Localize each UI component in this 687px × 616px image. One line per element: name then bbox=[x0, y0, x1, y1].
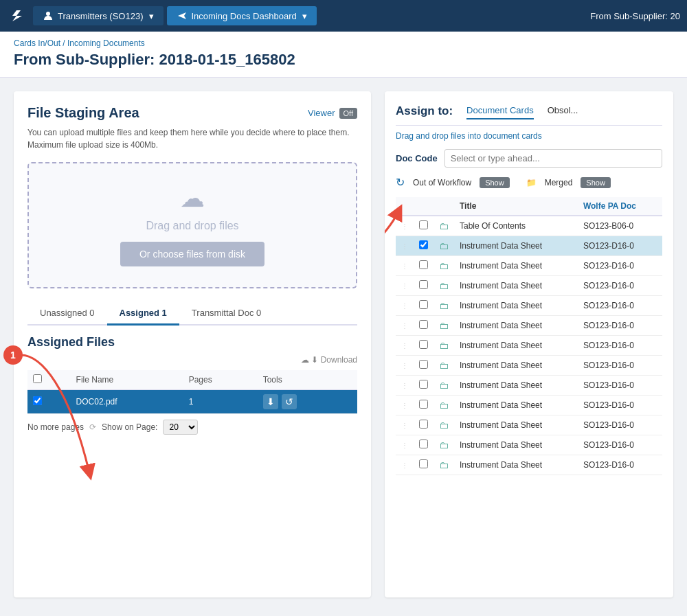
doc-table-row[interactable]: ⋮ 🗀 Instrument Data Sheet SO123-D16-0 bbox=[396, 296, 662, 316]
row-checkbox[interactable] bbox=[419, 300, 428, 309]
doc-table-row[interactable]: ⋮ 🗀 Instrument Data Sheet SO123-D16-0 bbox=[396, 336, 662, 356]
row-folder-cell: 🗀 bbox=[433, 256, 454, 276]
row-checkbox-cell[interactable] bbox=[414, 276, 433, 296]
row-checkbox-cell[interactable] bbox=[414, 336, 433, 356]
nav-dashboard[interactable]: Incoming Docs Dashboard ▾ bbox=[167, 6, 317, 25]
workflow-show-button[interactable]: Show bbox=[480, 177, 510, 188]
row-folder-cell: 🗀 bbox=[433, 435, 454, 455]
staging-title: File Staging Area bbox=[27, 105, 139, 121]
left-panel: 1 File Staging Area Viewer Off You can u… bbox=[14, 91, 371, 597]
row-checkbox[interactable] bbox=[419, 440, 428, 448]
toggle-off-badge[interactable]: Off bbox=[339, 108, 357, 119]
row-checkbox[interactable] bbox=[419, 280, 428, 289]
tabs-row: Unassigned 0 Assigned 1 Transmittal Doc … bbox=[27, 302, 357, 326]
download-icon: ☁ bbox=[301, 355, 309, 365]
row-checkbox[interactable] bbox=[419, 400, 428, 409]
tab-document-cards[interactable]: Document Cards bbox=[466, 102, 534, 119]
row-title-cell: Instrument Data Sheet bbox=[454, 455, 578, 475]
row-checkbox[interactable] bbox=[419, 360, 428, 369]
row-checkbox[interactable] bbox=[419, 320, 428, 329]
file-checkbox-cell[interactable] bbox=[27, 390, 71, 414]
drop-zone[interactable]: ☁ Drag and drop files Or choose files fr… bbox=[27, 162, 357, 288]
doc-table-row[interactable]: ⋮ 🗀 Instrument Data Sheet SO123-D16-0 bbox=[396, 396, 662, 415]
merged-label: Merged bbox=[545, 178, 573, 187]
row-checkbox-cell[interactable] bbox=[414, 435, 433, 455]
merged-show-button[interactable]: Show bbox=[581, 177, 611, 188]
row-title-cell: Table Of Contents bbox=[454, 216, 578, 236]
select-all-checkbox[interactable] bbox=[33, 374, 42, 383]
row-checkbox-cell[interactable] bbox=[414, 296, 433, 316]
doc-table-row[interactable]: ⋮ 🗀 Instrument Data Sheet SO123-D16-0 bbox=[396, 455, 662, 475]
row-checkbox[interactable] bbox=[419, 380, 428, 389]
folder-icon: 🗀 bbox=[439, 440, 449, 450]
row-checkbox[interactable] bbox=[419, 459, 428, 468]
row-checkbox-cell[interactable] bbox=[414, 455, 433, 475]
page-header: Cards In/Out / Incoming Documents From S… bbox=[0, 32, 687, 78]
drag-handle: ⋮ bbox=[396, 376, 414, 396]
row-code-cell: SO123-D16-0 bbox=[578, 276, 662, 296]
doc-table-row[interactable]: ⋮ 🗀 Instrument Data Sheet SO123-D16-0 bbox=[396, 356, 662, 376]
plane-icon bbox=[177, 10, 188, 21]
row-checkbox-cell[interactable] bbox=[414, 356, 433, 376]
row-checkbox-cell[interactable] bbox=[414, 415, 433, 435]
doc-table-row[interactable]: ⋮ 🗀 Instrument Data Sheet SO123-D16-0 bbox=[396, 415, 662, 435]
svg-marker-0 bbox=[10, 10, 22, 21]
folder-icon: 🗀 bbox=[439, 360, 449, 371]
drag-handle: ⋮ bbox=[396, 316, 414, 336]
row-title-cell: Instrument Data Sheet bbox=[454, 256, 578, 276]
row-checkbox[interactable] bbox=[419, 340, 428, 349]
file-checkbox[interactable] bbox=[33, 396, 42, 405]
doc-table-row[interactable]: ⋮ 🗀 Table Of Contents SO123-B06-0 bbox=[396, 216, 662, 236]
row-checkbox-cell[interactable] bbox=[414, 376, 433, 396]
tab-obsolete[interactable]: Obsol... bbox=[548, 102, 578, 119]
row-folder-cell: 🗀 bbox=[433, 236, 454, 256]
assign-header: Assign to: Document Cards Obsol... bbox=[396, 102, 662, 126]
row-checkbox[interactable] bbox=[419, 260, 428, 269]
nav-transmitters[interactable]: Transmitters (SO123) ▾ bbox=[33, 6, 164, 25]
doc-code-label: Doc Code bbox=[396, 153, 438, 163]
doc-table-row[interactable]: ⋮ 🗀 Instrument Data Sheet SO123-D16-0 bbox=[396, 435, 662, 455]
drag-handle: ⋮ bbox=[396, 236, 414, 256]
doc-table-row[interactable]: ⋮ 🗀 Instrument Data Sheet SO123-D16-0 bbox=[396, 256, 662, 276]
viewer-toggle[interactable]: Viewer Off bbox=[308, 108, 357, 119]
choose-files-button[interactable]: Or choose files from disk bbox=[120, 242, 264, 266]
row-checkbox-cell[interactable] bbox=[414, 256, 433, 276]
doc-code-input[interactable] bbox=[444, 149, 662, 168]
row-checkbox[interactable] bbox=[419, 240, 428, 249]
col-title: Title bbox=[454, 197, 578, 216]
file-row[interactable]: DOC02.pdf 1 ⬇ ↺ bbox=[27, 390, 357, 414]
row-checkbox-cell[interactable] bbox=[414, 236, 433, 256]
download-label: ⬇ Download bbox=[311, 355, 357, 365]
download-button[interactable]: ☁ ⬇ Download bbox=[27, 355, 357, 365]
row-checkbox[interactable] bbox=[419, 220, 428, 229]
folder-icon: 🗀 bbox=[439, 240, 449, 251]
tab-transmittal[interactable]: Transmittal Doc 0 bbox=[179, 302, 273, 324]
folder-icon: 🗀 bbox=[439, 459, 449, 470]
row-checkbox[interactable] bbox=[419, 420, 428, 429]
row-checkbox-cell[interactable] bbox=[414, 396, 433, 415]
doc-table-row[interactable]: ⋮ 🗀 Instrument Data Sheet SO123-D16-0 bbox=[396, 276, 662, 296]
dashboard-label: Incoming Docs Dashboard bbox=[192, 11, 297, 21]
breadcrumb: Cards In/Out / Incoming Documents bbox=[14, 38, 673, 48]
row-title-cell: Instrument Data Sheet bbox=[454, 316, 578, 336]
drag-handle: ⋮ bbox=[396, 415, 414, 435]
doc-table-row[interactable]: ⋮ 🗀 Instrument Data Sheet SO123-D16-0 bbox=[396, 376, 662, 396]
row-checkbox-cell[interactable] bbox=[414, 216, 433, 236]
doc-table-row[interactable]: ⋮ 🗀 Instrument Data Sheet SO123-D16-0 bbox=[396, 236, 662, 256]
row-folder-cell: 🗀 bbox=[433, 216, 454, 236]
breadcrumb-link[interactable]: Cards In/Out / Incoming Documents bbox=[14, 38, 145, 48]
row-checkbox-cell[interactable] bbox=[414, 316, 433, 336]
row-title-cell: Instrument Data Sheet bbox=[454, 236, 578, 256]
show-page-select[interactable]: 20 50 100 bbox=[163, 420, 198, 435]
refresh-icon[interactable]: ⟳ bbox=[89, 422, 96, 432]
merged-icon: 📁 bbox=[526, 178, 537, 187]
folder-icon: 🗀 bbox=[439, 320, 449, 331]
doc-table-row[interactable]: ⋮ 🗀 Instrument Data Sheet SO123-D16-0 bbox=[396, 316, 662, 336]
top-nav: Transmitters (SO123) ▾ Incoming Docs Das… bbox=[0, 0, 687, 32]
tool-download-icon[interactable]: ⬇ bbox=[263, 394, 278, 409]
tab-assigned[interactable]: Assigned 1 bbox=[107, 302, 179, 326]
folder-icon: 🗀 bbox=[439, 400, 449, 411]
tool-rotate-icon[interactable]: ↺ bbox=[282, 394, 297, 409]
tab-unassigned[interactable]: Unassigned 0 bbox=[27, 302, 107, 324]
row-code-cell: SO123-D16-0 bbox=[578, 256, 662, 276]
